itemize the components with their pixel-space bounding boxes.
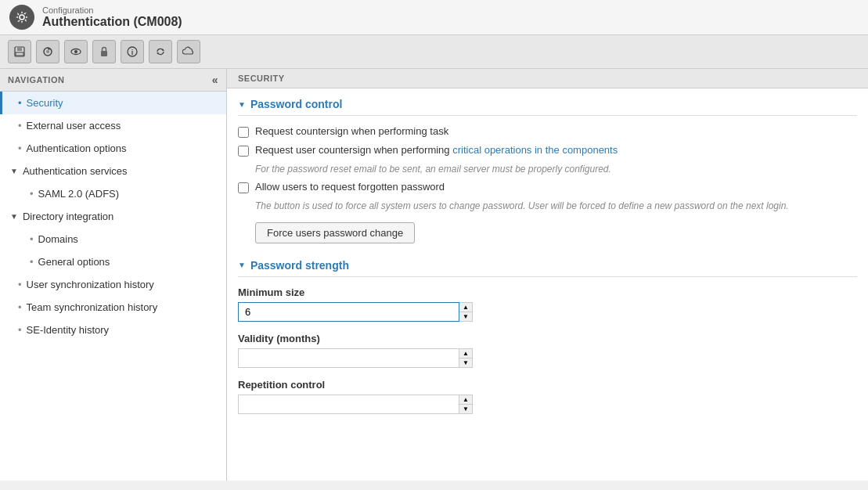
svg-point-0 xyxy=(20,15,24,20)
minimum-size-input-wrap: ▲ ▼ xyxy=(238,302,473,322)
save-icon xyxy=(13,45,26,58)
countersign-operations-label[interactable]: Request user countersign when performing… xyxy=(255,144,618,156)
sidebar-item-se-identity-history[interactable]: SE-Identity history xyxy=(0,319,226,341)
refresh-icon xyxy=(41,45,54,58)
sidebar-item-domains-label: Domains xyxy=(38,233,78,245)
minimum-size-down-button[interactable]: ▼ xyxy=(459,312,472,321)
arrow-down-icon: ▼ xyxy=(10,167,18,175)
lock-button[interactable] xyxy=(92,40,116,63)
forgotten-password-label[interactable]: Allow users to request forgotten passwor… xyxy=(255,181,445,193)
minimum-size-spinner: ▲ ▼ xyxy=(459,302,473,322)
sidebar-item-security[interactable]: Security xyxy=(0,92,226,114)
content-area: SECURITY ▼ Password control Request coun… xyxy=(227,69,868,481)
arrow-down-icon-2: ▼ xyxy=(10,212,18,221)
info-button[interactable]: i xyxy=(121,40,144,63)
password-strength-section: ▼ Password strength Minimum size ▲ ▼ xyxy=(238,259,857,414)
svg-point-8 xyxy=(74,50,77,53)
repetition-down-button[interactable]: ▼ xyxy=(459,405,472,413)
toolbar: i xyxy=(0,35,868,69)
svg-text:i: i xyxy=(131,49,134,56)
minimum-size-input[interactable] xyxy=(238,302,459,322)
validity-input[interactable] xyxy=(238,348,459,368)
collapse-arrow-icon-2: ▼ xyxy=(238,261,246,269)
content-section-label: SECURITY xyxy=(227,69,868,88)
validity-label: Validity (months) xyxy=(238,333,857,344)
sync-icon xyxy=(154,45,167,58)
sidebar-item-user-sync-history[interactable]: User synchronization history xyxy=(0,273,226,296)
validity-spinner: ▲ ▼ xyxy=(459,348,473,368)
cloud-icon xyxy=(182,45,195,58)
svg-rect-4 xyxy=(16,47,17,50)
cloud-button[interactable] xyxy=(177,40,200,63)
countersign-task-checkbox[interactable] xyxy=(238,127,249,138)
countersign-task-label[interactable]: Request countersign when performing task xyxy=(255,125,448,137)
info-icon: i xyxy=(126,45,139,58)
checkbox-row-countersign-task: Request countersign when performing task xyxy=(238,125,857,138)
validity-down-button[interactable]: ▼ xyxy=(459,358,472,367)
gear-icon xyxy=(14,9,30,25)
sidebar-item-domains[interactable]: Domains xyxy=(0,228,226,250)
content-body: ▼ Password control Request countersign w… xyxy=(227,88,868,439)
sidebar-item-security-label: Security xyxy=(27,97,63,109)
password-control-section: ▼ Password control Request countersign w… xyxy=(238,98,857,243)
view-button[interactable] xyxy=(64,40,88,63)
password-control-label: Password control xyxy=(250,98,342,110)
config-label: Configuration xyxy=(42,5,182,15)
main-layout: NAVIGATION « Security External user acce… xyxy=(0,69,868,481)
sidebar-header: NAVIGATION « xyxy=(0,69,226,92)
password-strength-title[interactable]: ▼ Password strength xyxy=(238,259,857,277)
svg-rect-9 xyxy=(101,51,107,56)
repetition-field-group: Repetition control ▲ ▼ xyxy=(238,379,857,414)
checkbox-row-countersign-operations: Request user countersign when performing… xyxy=(238,144,857,157)
countersign-operations-checkbox[interactable] xyxy=(238,146,249,157)
sidebar-item-authentication-options[interactable]: Authentication options xyxy=(0,137,226,160)
password-control-title[interactable]: ▼ Password control xyxy=(238,98,857,116)
sidebar-item-team-sync-history[interactable]: Team synchronization history xyxy=(0,296,226,319)
hint-text-force-change: The button is used to force all system u… xyxy=(255,200,857,213)
app-logo xyxy=(9,5,34,30)
repetition-input-wrap: ▲ ▼ xyxy=(238,395,473,414)
page-title: Authentication (CM008) xyxy=(42,15,182,29)
sidebar-item-dir-integration-label: Directory integration xyxy=(23,211,113,222)
sidebar-item-authentication-services[interactable]: ▼ Authentication services xyxy=(0,160,226,182)
minimum-size-field-group: Minimum size ▲ ▼ xyxy=(238,286,857,322)
sidebar-collapse-button[interactable]: « xyxy=(212,74,218,86)
validity-field-group: Validity (months) ▲ ▼ xyxy=(238,333,857,368)
repetition-spinner: ▲ ▼ xyxy=(459,395,473,414)
checkbox2-highlight: critical operations in the components xyxy=(452,144,618,156)
sidebar-item-general-options-label: General options xyxy=(38,256,110,268)
refresh-button[interactable] xyxy=(36,40,59,63)
forgotten-password-checkbox[interactable] xyxy=(238,182,249,193)
collapse-arrow-icon: ▼ xyxy=(238,100,246,109)
password-strength-label: Password strength xyxy=(250,259,349,272)
sidebar-item-external-label: External user access xyxy=(27,120,121,132)
sidebar-item-general-options[interactable]: General options xyxy=(0,250,226,273)
repetition-input[interactable] xyxy=(238,395,459,414)
sidebar-item-team-sync-label: Team synchronization history xyxy=(27,301,158,313)
sidebar-item-se-identity-label: SE-Identity history xyxy=(27,324,110,336)
nav-label: NAVIGATION xyxy=(8,75,64,85)
sidebar-item-external-user-access[interactable]: External user access xyxy=(0,114,226,137)
sync-button[interactable] xyxy=(149,40,172,63)
minimum-size-up-button[interactable]: ▲ xyxy=(459,303,472,312)
app-header: Configuration Authentication (CM008) xyxy=(0,0,868,35)
validity-input-wrap: ▲ ▼ xyxy=(238,348,473,368)
hint-text-email-server: For the password reset email to be sent,… xyxy=(255,163,857,176)
svg-rect-2 xyxy=(17,47,22,51)
checkbox2-label-before: Request user countersign when performing xyxy=(255,144,452,156)
sidebar-item-auth-options-label: Authentication options xyxy=(27,142,127,154)
svg-rect-3 xyxy=(16,52,23,56)
lock-icon xyxy=(98,45,110,58)
sidebar-item-directory-integration[interactable]: ▼ Directory integration xyxy=(0,205,226,228)
repetition-label: Repetition control xyxy=(238,379,857,391)
force-password-change-button[interactable]: Force users password change xyxy=(255,222,415,243)
sidebar-item-saml-adfs[interactable]: SAML 2.0 (ADFS) xyxy=(0,182,226,205)
repetition-up-button[interactable]: ▲ xyxy=(459,395,472,405)
save-button[interactable] xyxy=(8,40,31,63)
validity-up-button[interactable]: ▲ xyxy=(459,349,472,358)
minimum-size-label: Minimum size xyxy=(238,286,857,298)
sidebar: NAVIGATION « Security External user acce… xyxy=(0,69,227,481)
eye-icon xyxy=(70,45,82,58)
checkbox-row-forgotten-password: Allow users to request forgotten passwor… xyxy=(238,181,857,193)
header-text: Configuration Authentication (CM008) xyxy=(42,5,182,29)
